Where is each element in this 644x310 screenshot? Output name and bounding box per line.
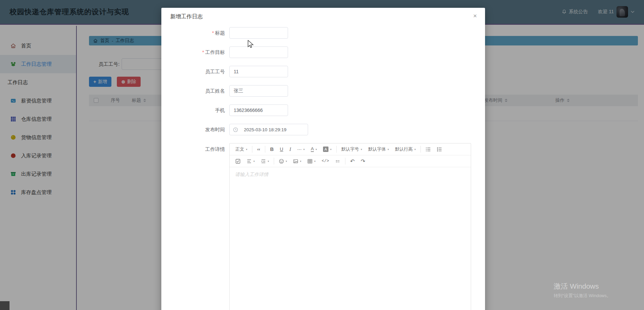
form-row-goal: *工作目标: [161, 46, 485, 58]
add-worklog-modal: 新增工作日志 × *标题 *工作目标 员工工号 员工姓名: [161, 8, 485, 310]
quote-icon: “: [257, 146, 260, 153]
font-family-button[interactable]: 默认字体 ▾: [365, 143, 392, 155]
employee-name-label: 员工姓名: [161, 88, 229, 94]
clock-icon: [233, 127, 238, 132]
publish-time-picker[interactable]: 2025-03-10 18:29:19: [229, 124, 308, 135]
bold-button[interactable]: B: [267, 143, 276, 155]
redo-icon: ↷: [361, 158, 365, 164]
image-icon: [293, 159, 298, 164]
divider-icon: [335, 159, 340, 164]
undo-icon: ↶: [350, 158, 355, 164]
form-row-detail: 工作详情 正文 ▾ “ B: [161, 143, 485, 310]
publish-time-value: 2025-03-10 18:29:19: [244, 127, 286, 132]
editor-toolbar-row1: 正文 ▾ “ B U: [230, 143, 471, 155]
bullet-list-button[interactable]: [423, 143, 434, 155]
bg-color-button[interactable]: A ▾: [320, 143, 335, 155]
chevron-down-icon: ▾: [414, 148, 416, 151]
chevron-down-icon: ▾: [330, 148, 332, 151]
indent-button[interactable]: ▾: [258, 155, 272, 167]
undo-button[interactable]: ↶: [347, 155, 358, 167]
paragraph-style-button[interactable]: 正文 ▾: [232, 143, 250, 155]
title-input[interactable]: [229, 27, 288, 39]
employee-name-input[interactable]: [229, 85, 288, 97]
toolbar-separator: [274, 158, 274, 164]
underline-button[interactable]: U: [277, 143, 286, 155]
checkbox-icon: [235, 159, 240, 164]
close-icon[interactable]: ×: [473, 13, 477, 19]
bullet-list-icon: [426, 147, 431, 152]
italic-icon: I: [289, 147, 291, 152]
form-row-publish-time: 发布时间 2025-03-10 18:29:19: [161, 124, 485, 135]
table-button[interactable]: ▾: [304, 155, 319, 167]
editor-content-area[interactable]: 请输入工作详情: [230, 167, 471, 310]
phone-label: 手机: [161, 107, 229, 114]
form-row-employee-name: 员工姓名: [161, 85, 485, 97]
publish-time-label: 发布时间: [161, 127, 229, 133]
bold-icon: B: [270, 147, 273, 152]
toolbar-separator: [345, 158, 345, 164]
goal-input[interactable]: [229, 46, 288, 58]
form-row-employee-id: 员工工号: [161, 66, 485, 77]
align-button[interactable]: ▾: [244, 155, 258, 167]
modal-title: 新增工作日志: [161, 13, 485, 20]
phone-input[interactable]: [229, 104, 288, 116]
title-label: 标题: [215, 30, 225, 36]
code-icon: </>: [322, 159, 329, 163]
font-color-button[interactable]: A ▾: [308, 143, 320, 155]
redo-button[interactable]: ↷: [358, 155, 368, 167]
divider-button[interactable]: [332, 155, 343, 167]
bg-color-icon: A: [323, 147, 328, 152]
chevron-down-icon: ▾: [388, 148, 389, 151]
blockquote-button[interactable]: “: [254, 143, 263, 155]
ordered-list-button[interactable]: [434, 143, 445, 155]
employee-id-input[interactable]: [229, 66, 288, 77]
editor-toolbar-row2: ▾ ▾: [230, 155, 471, 167]
image-button[interactable]: ▾: [290, 155, 304, 167]
modal-form: *标题 *工作目标 员工工号 员工姓名 手机: [161, 27, 485, 310]
italic-button[interactable]: I: [286, 143, 294, 155]
windows-watermark: 激活 Windows 转到“设置”以激活 Windows。: [554, 282, 611, 299]
toolbar-separator: [421, 146, 421, 153]
required-mark: *: [202, 50, 204, 55]
screen: 校园快递仓库管理系统的设计与实现 系统公告 欢迎 11: [0, 0, 644, 310]
chevron-down-icon: ▾: [246, 148, 247, 151]
table-icon: [307, 159, 312, 164]
ordered-list-icon: [437, 147, 442, 152]
code-button[interactable]: </>: [319, 155, 332, 167]
indent-icon: [261, 159, 266, 164]
chevron-down-icon: ▾: [316, 148, 317, 151]
toolbar-separator: [265, 146, 265, 153]
toolbar-separator: [336, 146, 337, 153]
underline-icon: U: [280, 147, 283, 152]
ellipsis-icon: ⋯: [297, 147, 302, 152]
align-icon: [247, 159, 252, 164]
emoji-icon: [279, 159, 284, 164]
chevron-down-icon: ▾: [253, 160, 255, 163]
detail-label: 工作详情: [161, 143, 229, 153]
chevron-down-icon: ▾: [300, 160, 301, 163]
required-mark: *: [212, 30, 214, 36]
chevron-down-icon: ▾: [314, 160, 316, 163]
emoji-button[interactable]: ▾: [276, 155, 290, 167]
toolbar-separator: [252, 146, 252, 153]
font-size-button[interactable]: 默认字号 ▾: [338, 143, 365, 155]
todo-list-button[interactable]: [232, 155, 244, 167]
rich-text-editor: 正文 ▾ “ B U: [229, 143, 471, 310]
form-row-title: *标题: [161, 27, 485, 39]
form-row-phone: 手机: [161, 104, 485, 116]
font-color-icon: A: [311, 147, 314, 152]
employee-id-label: 员工工号: [161, 69, 229, 75]
editor-placeholder: 请输入工作详情: [235, 172, 465, 178]
chevron-down-icon: ▾: [286, 160, 287, 163]
more-styles-button[interactable]: ⋯ ▾: [294, 143, 308, 155]
line-height-button[interactable]: 默认行高 ▾: [392, 143, 419, 155]
chevron-down-icon: ▾: [268, 160, 269, 163]
chevron-down-icon: ▾: [361, 148, 362, 151]
chevron-down-icon: ▾: [303, 148, 305, 151]
goal-label: 工作目标: [205, 50, 225, 55]
